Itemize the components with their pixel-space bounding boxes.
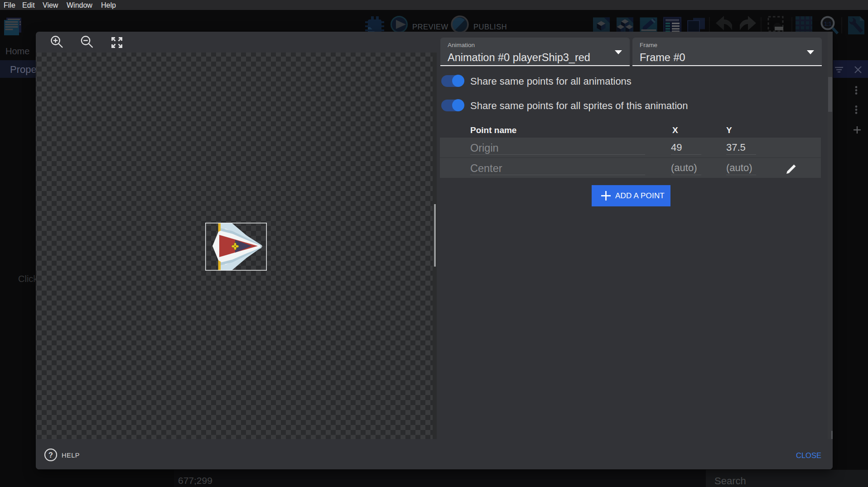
svg-text:PREVIEW: PREVIEW <box>412 23 448 31</box>
svg-text:PUBLISH: PUBLISH <box>473 23 507 31</box>
svg-text:?: ? <box>48 451 53 459</box>
svg-text:1:1: 1:1 <box>824 20 832 27</box>
